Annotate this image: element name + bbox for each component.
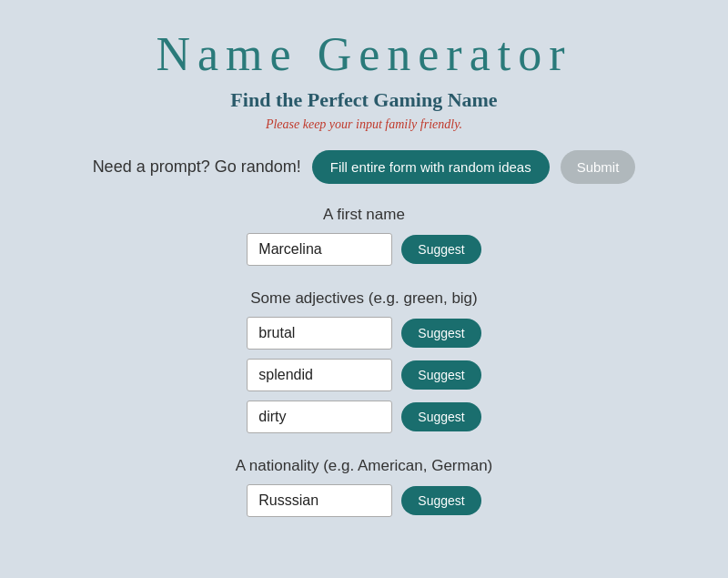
adjective-2-input[interactable] (247, 359, 392, 391)
adjective-3-input[interactable] (247, 401, 392, 433)
adjective-2-row: Suggest (247, 359, 480, 391)
fill-random-button[interactable]: Fill entire form with random ideas (312, 150, 550, 184)
first-name-field-row: Suggest (247, 233, 480, 266)
first-name-label: A first name (323, 206, 405, 224)
random-row: Need a prompt? Go random! Fill entire fo… (36, 150, 692, 184)
nationality-suggest-button[interactable]: Suggest (401, 486, 480, 515)
disclaimer: Please keep your input family friendly. (266, 117, 462, 132)
random-prompt-label: Need a prompt? Go random! (93, 157, 301, 177)
adjectives-label: Some adjectives (e.g. green, big) (250, 289, 477, 308)
nationality-input[interactable] (247, 484, 392, 517)
adjectives-section: Some adjectives (e.g. green, big) Sugges… (36, 289, 692, 442)
first-name-suggest-button[interactable]: Suggest (401, 235, 480, 264)
adjective-3-suggest-button[interactable]: Suggest (401, 402, 480, 431)
adjective-1-input[interactable] (247, 317, 392, 350)
adjective-1-suggest-button[interactable]: Suggest (401, 319, 480, 348)
adjective-2-suggest-button[interactable]: Suggest (401, 360, 480, 390)
first-name-section: A first name Suggest (36, 206, 692, 275)
submit-button[interactable]: Submit (561, 150, 636, 184)
disclaimer-end: family friendly. (382, 117, 462, 131)
nationality-label: A nationality (e.g. American, German) (236, 457, 493, 475)
nationality-field-row: Suggest (247, 484, 480, 517)
adjective-1-row: Suggest (247, 317, 480, 350)
disclaimer-text: Please keep your (266, 117, 356, 131)
subtitle: Find the Perfect Gaming Name (230, 88, 497, 112)
first-name-input[interactable] (247, 233, 392, 266)
nationality-section: A nationality (e.g. American, German) Su… (36, 457, 692, 526)
adjective-3-row: Suggest (247, 401, 480, 433)
disclaimer-highlight: input (356, 117, 382, 131)
page-title: Name Generator (156, 27, 571, 81)
